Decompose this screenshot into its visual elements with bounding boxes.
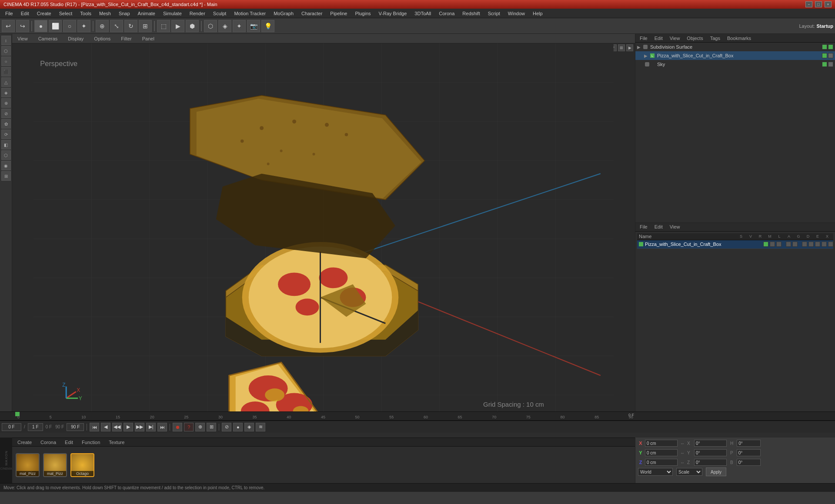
- viewport-tab-view[interactable]: View: [14, 35, 31, 42]
- material-swatch-2[interactable]: Octago: [70, 453, 94, 477]
- menu-item-help[interactable]: Help: [529, 10, 546, 17]
- mat-tab-edit[interactable]: Edit: [61, 439, 77, 446]
- tool-8[interactable]: ✿: [1, 119, 11, 129]
- record-rot-button[interactable]: ⊕: [195, 423, 205, 431]
- scale-select[interactable]: Scale: [676, 468, 702, 476]
- menu-item-script[interactable]: Script: [484, 10, 504, 17]
- tool-6[interactable]: ⊕: [1, 98, 11, 108]
- attr-menu-view[interactable]: View: [667, 223, 683, 230]
- go-end-button[interactable]: ⏭: [157, 423, 167, 431]
- tool-13[interactable]: ⊞: [1, 171, 11, 181]
- viewport-tab-filter[interactable]: Filter: [117, 35, 135, 42]
- menu-item-render[interactable]: Render: [186, 10, 209, 17]
- toolbar-undo[interactable]: ↩: [2, 20, 15, 32]
- toolbar-redo[interactable]: ↪: [16, 20, 29, 32]
- attr-cb-v[interactable]: [770, 242, 775, 247]
- viewport-tab-options[interactable]: Options: [90, 35, 114, 42]
- menu-item-create[interactable]: Create: [33, 10, 55, 17]
- apply-button[interactable]: Apply: [706, 468, 726, 476]
- toolbar-render-view[interactable]: ⬢: [186, 20, 199, 32]
- menu-item-simulate[interactable]: Simulate: [160, 10, 185, 17]
- autokey-button[interactable]: ⊘: [222, 423, 231, 431]
- toolbar-deformer[interactable]: ✦: [233, 20, 246, 32]
- tool-7[interactable]: ⊘: [1, 109, 11, 118]
- coord-p-val[interactable]: [737, 449, 761, 456]
- menu-item-edit[interactable]: Edit: [17, 10, 33, 17]
- toolbar-rotate[interactable]: ↻: [124, 20, 137, 32]
- viewport-canvas[interactable]: Perspective: [12, 43, 635, 411]
- menu-item-snap[interactable]: Snap: [115, 10, 134, 17]
- attr-cb-r[interactable]: [776, 242, 782, 247]
- play-reverse-button[interactable]: ◀◀: [112, 423, 122, 431]
- menu-item-character[interactable]: Character: [298, 10, 326, 17]
- menu-item-mesh[interactable]: Mesh: [96, 10, 114, 17]
- tool-5[interactable]: ◈: [1, 88, 11, 97]
- obj-cb-vis[interactable]: [822, 44, 827, 50]
- next-frame-button[interactable]: ▶|: [146, 423, 156, 431]
- menu-item-motion-tracker[interactable]: Motion Tracker: [230, 10, 269, 17]
- tool-10[interactable]: ◧: [1, 140, 11, 149]
- toolbar-live-sel[interactable]: ●: [34, 20, 47, 32]
- close-button[interactable]: ×: [825, 1, 832, 7]
- attr-cb-m[interactable]: [786, 242, 791, 247]
- attr-cb-d[interactable]: [815, 242, 820, 247]
- viewport[interactable]: View Cameras Display Options Filter Pane…: [12, 34, 635, 411]
- attr-menu-file[interactable]: File: [637, 223, 650, 230]
- toolbar-scale[interactable]: ⤡: [110, 20, 123, 32]
- mat-tab-texture[interactable]: Texture: [105, 439, 128, 446]
- material-swatch-0[interactable]: mat_Pizz: [16, 453, 40, 477]
- mat-tab-corona[interactable]: Corona: [37, 439, 60, 446]
- tool-polygons[interactable]: ⬡: [1, 46, 11, 56]
- coord-z-pos[interactable]: [645, 459, 678, 466]
- tool-move[interactable]: ↕: [1, 36, 11, 45]
- world-select[interactable]: World: [638, 468, 673, 476]
- fps-input[interactable]: [28, 423, 43, 431]
- obj-menu-bookmarks[interactable]: Bookmarks: [725, 35, 754, 42]
- attr-cb-l[interactable]: [792, 242, 798, 247]
- toolbar-cube[interactable]: ⬡: [204, 20, 217, 32]
- object-item-pizza[interactable]: ▶ L Pizza_with_Slice_Cut_in_Craft_Box: [635, 51, 835, 60]
- menu-item-v-ray-bridge[interactable]: V-Ray Bridge: [375, 10, 411, 17]
- menu-item-tools[interactable]: Tools: [77, 10, 95, 17]
- toolbar-transform[interactable]: ⊞: [139, 20, 152, 32]
- tool-11[interactable]: ⬡: [1, 150, 11, 160]
- menu-item-file[interactable]: File: [2, 10, 17, 17]
- obj-cb-render[interactable]: [828, 44, 833, 50]
- motion-button[interactable]: ≋: [256, 423, 265, 431]
- coord-h-val[interactable]: [737, 440, 761, 447]
- viewport-tab-panel[interactable]: Panel: [139, 35, 158, 42]
- tool-9[interactable]: ⟳: [1, 129, 11, 139]
- menu-item-3dtoall[interactable]: 3DToAll: [411, 10, 434, 17]
- obj-cb-pizza-render[interactable]: [828, 53, 833, 58]
- attr-cb-g[interactable]: [808, 242, 814, 247]
- play-button[interactable]: ▶: [124, 423, 133, 431]
- menu-item-plugins[interactable]: Plugins: [351, 10, 374, 17]
- toolbar-poly-sel[interactable]: ✦: [77, 20, 90, 32]
- attr-cb-e[interactable]: [822, 242, 827, 247]
- object-item-sky[interactable]: Sky: [635, 60, 835, 69]
- end-frame-input[interactable]: [67, 423, 84, 431]
- tool-12[interactable]: ◉: [1, 161, 11, 170]
- tool-object[interactable]: △: [1, 77, 11, 87]
- toolbar-light[interactable]: 💡: [261, 20, 274, 32]
- attr-cb-s[interactable]: [763, 242, 768, 247]
- viewport-tab-display[interactable]: Display: [64, 35, 87, 42]
- obj-menu-edit[interactable]: Edit: [652, 35, 665, 42]
- go-start-button[interactable]: ⏮: [90, 423, 99, 431]
- coord-b-val[interactable]: [737, 459, 761, 466]
- obj-cb-sky-render[interactable]: [828, 62, 833, 67]
- menu-item-window[interactable]: Window: [504, 10, 528, 17]
- attr-cb-a[interactable]: [802, 242, 807, 247]
- toolbar-render[interactable]: ▶: [171, 20, 184, 32]
- attr-menu-edit[interactable]: Edit: [652, 223, 665, 230]
- obj-menu-objects[interactable]: Objects: [684, 35, 705, 42]
- prev-frame-button[interactable]: ◀: [101, 423, 110, 431]
- material-swatch-1[interactable]: mat_Pizz: [43, 453, 67, 477]
- toolbar-camera[interactable]: 📷: [247, 20, 260, 32]
- coord-y-pos[interactable]: [645, 449, 678, 456]
- menu-item-pipeline[interactable]: Pipeline: [327, 10, 351, 17]
- obj-cb-sky-vis[interactable]: [822, 62, 827, 67]
- viewport-tab-cameras[interactable]: Cameras: [35, 35, 61, 42]
- toolbar-rect-sel[interactable]: ⬜: [49, 20, 62, 32]
- keyframe-button[interactable]: ◈: [244, 423, 254, 431]
